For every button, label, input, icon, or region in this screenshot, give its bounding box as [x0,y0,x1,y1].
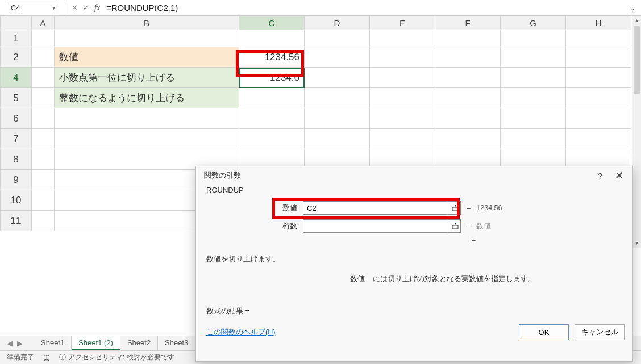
cell[interactable]: 1234.6 [239,68,305,88]
cell[interactable] [239,129,305,149]
cell[interactable] [370,129,435,149]
cell[interactable] [501,30,566,47]
cell[interactable] [55,108,239,129]
cell[interactable] [55,30,239,47]
cell[interactable] [370,68,435,88]
cell[interactable] [566,30,631,47]
sheet-tab[interactable]: Sheet3 [158,336,195,350]
row-header[interactable]: 6 [1,108,32,129]
cell[interactable]: 数値 [55,47,239,68]
cell[interactable]: 小数点第一位に切り上げる [55,68,239,88]
sheet-tab[interactable]: Sheet1 (2) [72,336,120,350]
row-header[interactable]: 11 [1,211,32,231]
cell[interactable] [239,108,305,129]
cell[interactable] [32,170,55,190]
scroll-down-icon[interactable]: ▾ [632,239,641,248]
arg-digits-input[interactable] [303,219,449,233]
cell[interactable] [501,68,566,88]
cell[interactable] [370,30,435,47]
cancel-button[interactable]: キャンセル [575,324,625,340]
cell[interactable] [501,88,566,108]
cell[interactable] [501,129,566,149]
select-all-corner[interactable] [1,16,32,30]
cell[interactable] [370,47,435,68]
cell[interactable] [239,30,305,47]
chevron-down-icon[interactable]: ▾ [52,5,55,11]
cell[interactable] [566,108,631,129]
row-header[interactable]: 1 [1,30,32,47]
row-header[interactable]: 10 [1,190,32,211]
cell[interactable] [32,30,55,47]
row-header[interactable]: 4 [1,68,32,88]
help-icon[interactable]: ? [598,171,602,181]
tab-prev-icon[interactable]: ◀ [7,339,13,348]
cell[interactable] [32,190,55,211]
cell[interactable] [55,129,239,149]
row-header[interactable]: 8 [1,149,32,170]
cell[interactable] [501,47,566,68]
scroll-up-icon[interactable]: ▴ [632,16,641,25]
dialog-titlebar[interactable]: 関数の引数 ? ✕ [196,166,632,185]
cell[interactable] [566,88,631,108]
cell[interactable] [305,108,370,129]
cell[interactable]: 1234.56 [239,47,305,68]
column-header[interactable]: A [32,16,55,30]
cell[interactable] [370,108,435,129]
column-header[interactable]: H [566,16,631,30]
range-picker-icon[interactable] [449,201,461,215]
fx-icon[interactable]: fx [91,2,103,14]
column-header[interactable]: E [370,16,435,30]
cell[interactable] [32,211,55,231]
ok-button[interactable]: OK [519,324,569,340]
cell[interactable] [32,108,55,129]
cell[interactable] [435,129,501,149]
column-header[interactable]: B [55,16,239,30]
cell[interactable] [305,47,370,68]
cell[interactable] [435,30,501,47]
cell[interactable] [239,88,305,108]
row-header[interactable]: 5 [1,88,32,108]
sheet-tab[interactable]: Sheet2 [120,336,158,350]
arg-number-input[interactable] [303,201,449,215]
sheet-tab[interactable]: Sheet1 [34,336,72,350]
row-header[interactable]: 7 [1,129,32,149]
scroll-thumb[interactable] [634,26,640,94]
cell[interactable] [305,129,370,149]
function-help-link[interactable]: この関数のヘルプ(H) [206,328,275,337]
cancel-formula-icon[interactable]: ✕ [69,2,80,14]
expand-formula-icon[interactable]: ⌄ [627,3,638,12]
cell[interactable] [566,129,631,149]
formula-input[interactable]: =ROUNDUP(C2,1) [103,2,627,14]
column-header[interactable]: G [501,16,566,30]
cell[interactable] [566,47,631,68]
cell[interactable] [305,88,370,108]
cell[interactable] [435,88,501,108]
cell[interactable] [32,129,55,149]
close-icon[interactable]: ✕ [611,169,627,182]
range-picker-icon[interactable] [449,219,461,233]
cell[interactable]: 整数になるように切り上げる [55,88,239,108]
column-header[interactable]: F [435,16,501,30]
name-box[interactable]: C4 ▾ [7,2,59,14]
column-header[interactable]: C [239,16,305,30]
column-header[interactable]: D [305,16,370,30]
arg-label: 数値 [206,203,303,213]
cell[interactable] [305,30,370,47]
cell[interactable] [435,108,501,129]
cell[interactable] [435,68,501,88]
cell[interactable] [305,68,370,88]
tab-next-icon[interactable]: ▶ [17,339,23,348]
cell[interactable] [32,88,55,108]
arg-row-number: 数値 = 1234.56 [206,201,622,215]
cell[interactable] [32,47,55,68]
confirm-formula-icon[interactable]: ✓ [80,2,91,14]
cell[interactable] [32,68,55,88]
cell[interactable] [566,68,631,88]
cell[interactable] [370,88,435,108]
cell[interactable] [435,47,501,68]
cell[interactable] [501,108,566,129]
row-header[interactable]: 9 [1,170,32,190]
cell[interactable] [32,149,55,170]
row-header[interactable]: 2 [1,47,32,68]
vertical-scrollbar[interactable]: ▴ ▾ [632,16,641,248]
